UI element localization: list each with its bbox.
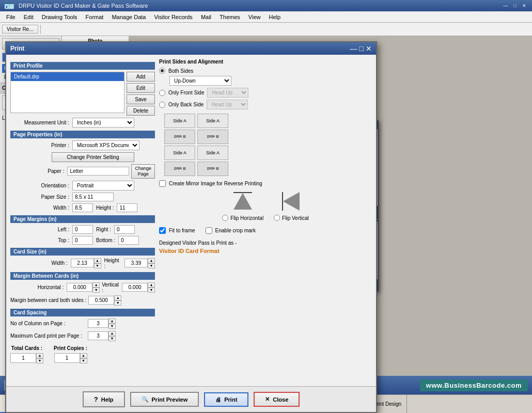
max-up[interactable]: ▲ [108, 331, 116, 336]
card-height-label: Height : [104, 258, 121, 269]
add-profile-btn[interactable]: Add [127, 72, 155, 82]
restore-btn[interactable]: □ [511, 2, 519, 9]
max-down[interactable]: ▼ [108, 336, 116, 341]
max-card-spinner[interactable]: ▲ ▼ [88, 331, 116, 341]
dialog-close-btn[interactable]: ✕ [366, 44, 372, 53]
print-copies-spinner[interactable]: ▲ ▼ [54, 353, 87, 363]
total-up[interactable]: ▲ [36, 353, 43, 358]
visitor-records-btn[interactable]: Visitor Re... [2, 25, 38, 34]
print-sides-title: Print Sides and Alignment [159, 59, 372, 65]
total-cards-spinner[interactable]: ▲ ▼ [10, 353, 43, 363]
col-spinner[interactable]: ▲ ▼ [88, 319, 116, 329]
both-sides-radio[interactable] [159, 68, 165, 74]
flip-v-radio[interactable] [274, 215, 280, 221]
menu-mail[interactable]: Mail [197, 13, 215, 21]
edit-profile-btn[interactable]: Edit [127, 83, 155, 93]
back-side-radio[interactable] [159, 102, 165, 108]
sides-row-1: Side A Side A [164, 114, 372, 128]
change-page-btn[interactable]: ChangePage [131, 164, 155, 179]
col-input[interactable] [88, 319, 108, 328]
margin-both-input[interactable] [88, 296, 114, 305]
copies-down[interactable]: ▼ [80, 358, 87, 363]
enable-crop-checkbox[interactable] [206, 227, 212, 234]
print-btn[interactable]: 🖨 Print Print [204, 392, 248, 407]
menu-themes[interactable]: Themes [215, 13, 244, 21]
total-cards-input[interactable] [10, 353, 36, 363]
menu-drawing-tools[interactable]: Drawing Tools [38, 13, 82, 21]
left-margin-input[interactable] [72, 225, 93, 234]
horiz-up[interactable]: ▲ [92, 282, 100, 288]
card-width-down[interactable]: ▼ [94, 263, 101, 268]
menu-format[interactable]: Format [82, 13, 108, 21]
width-input[interactable] [72, 203, 93, 212]
vertical-input[interactable] [122, 283, 148, 292]
dialog-footer: ? ? Help Help 🔍 Print Preview Print Prev… [6, 386, 376, 412]
front-side-radio[interactable] [159, 90, 165, 96]
close-btn[interactable]: ✕ [521, 2, 528, 9]
height-input[interactable] [117, 203, 137, 212]
card-width-up[interactable]: ▲ [94, 258, 101, 263]
totals-row: Total Cards : ▲ ▼ Print Copies : [10, 345, 155, 363]
card-height-down[interactable]: ▼ [148, 263, 155, 268]
card-spacing-header: Card Spacing [10, 309, 155, 316]
dialog-minimize-btn[interactable]: — [350, 44, 357, 53]
vert-down[interactable]: ▼ [148, 288, 155, 293]
updown-select[interactable]: Up-Down [169, 76, 231, 86]
measurement-select[interactable]: Inches (in) [72, 118, 134, 128]
menu-file[interactable]: File [2, 13, 20, 21]
orientation-select[interactable]: Portrait [72, 181, 134, 190]
both-down[interactable]: ▼ [114, 300, 121, 306]
menu-help[interactable]: Help [264, 13, 285, 21]
right-margin-input[interactable] [114, 225, 135, 234]
both-up[interactable]: ▲ [114, 295, 121, 300]
fit-frame-checkbox[interactable] [159, 227, 166, 234]
margin-both-spinner[interactable]: ▲ ▼ [88, 295, 121, 306]
card-height-up[interactable]: ▲ [148, 258, 155, 263]
bottom-margin-input[interactable] [118, 236, 139, 245]
save-profile-btn[interactable]: Save [127, 94, 155, 104]
vertical-spinner[interactable]: ▲ ▼ [122, 282, 155, 293]
horizontal-input[interactable] [67, 283, 92, 292]
printer-select[interactable]: Microsoft XPS Document Wr [72, 140, 139, 150]
max-card-input[interactable] [88, 331, 108, 340]
top-margin-input[interactable] [72, 236, 93, 245]
vert-up[interactable]: ▲ [148, 282, 155, 288]
front-head-select[interactable]: Head Up [207, 88, 248, 98]
dialog-title-bar: Print — □ ✕ [6, 42, 376, 55]
col-up[interactable]: ▲ [108, 319, 116, 324]
col-down[interactable]: ▼ [108, 324, 116, 329]
flip-horizontal-btn[interactable]: Flip Horizontal [222, 191, 263, 221]
menu-visitor-records[interactable]: Visitor Records [150, 13, 196, 21]
back-head-select[interactable]: Head Up [207, 100, 248, 109]
print-preview-btn[interactable]: 🔍 Print Preview Print Preview [130, 392, 199, 407]
horizontal-spinner[interactable]: ▲ ▼ [67, 282, 100, 293]
flip-v-radio-row: Flip Vertical [274, 215, 309, 221]
menu-view[interactable]: View [244, 13, 265, 21]
mirror-checkbox[interactable] [159, 180, 166, 187]
copies-up[interactable]: ▲ [80, 353, 87, 358]
close-footer-btn[interactable]: ✕ ✕ Close Close [254, 392, 300, 407]
menu-manage-data[interactable]: Manage Data [107, 13, 150, 21]
delete-profile-btn[interactable]: Delete [127, 106, 155, 116]
card-width-spinner[interactable]: ▲ ▼ [71, 258, 101, 268]
paper-size-input[interactable] [72, 193, 114, 201]
flip-h-radio[interactable] [222, 215, 228, 221]
horiz-down[interactable]: ▼ [92, 288, 100, 293]
card-height-input[interactable] [124, 259, 148, 267]
flip-vertical-btn[interactable]: Flip Vertical [274, 191, 309, 221]
print-copies-input[interactable] [54, 353, 80, 363]
profile-buttons: Add Edit Save Delete [127, 72, 155, 116]
card-width-input[interactable] [71, 259, 94, 267]
total-down[interactable]: ▼ [36, 358, 43, 363]
help-btn[interactable]: ? ? Help Help [83, 391, 125, 407]
card-height-spinner[interactable]: ▲ ▼ [124, 258, 155, 268]
profile-item-default[interactable]: Default.drp [11, 72, 124, 81]
menu-edit[interactable]: Edit [20, 13, 38, 21]
profile-list[interactable]: Default.drp [10, 72, 124, 113]
minimize-btn[interactable]: — [502, 2, 509, 9]
paper-input[interactable] [67, 167, 129, 176]
total-cards-label: Total Cards : [11, 345, 42, 351]
change-printer-btn[interactable]: Change Printer Setting [52, 152, 134, 162]
dialog-maximize-btn[interactable]: □ [359, 44, 364, 53]
enable-crop-row: Enable crop mark [206, 227, 256, 234]
